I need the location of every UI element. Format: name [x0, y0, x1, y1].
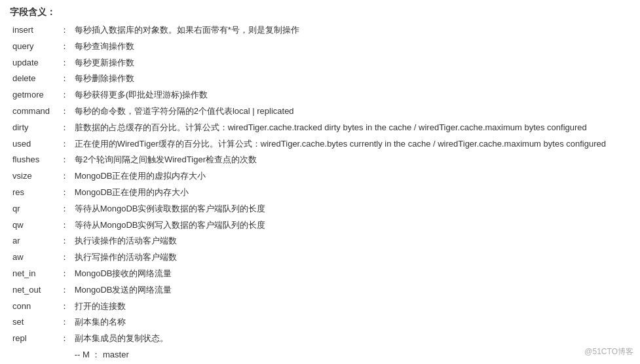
table-row: used：正在使用的WiredTiger缓存的百分比。计算公式：wiredTig…	[10, 136, 630, 153]
field-colon: ：	[58, 103, 72, 120]
field-colon: ：	[58, 282, 72, 299]
table-row: set：副本集的名称	[10, 314, 630, 331]
field-name: vsize	[10, 168, 58, 185]
field-colon: ：	[58, 201, 72, 217]
field-desc: 执行写操作的活动客户端数	[72, 249, 630, 266]
field-colon: ：	[58, 217, 72, 234]
table-row: vsize：MongoDB正在使用的虚拟内存大小	[10, 168, 630, 185]
watermark: @51CTO博客	[584, 346, 633, 357]
field-colon: ：	[58, 87, 72, 103]
field-name: qw	[10, 217, 58, 234]
field-desc: 每秒获得更多(即批处理游标)操作数	[72, 87, 630, 103]
table-row: query：每秒查询操作数	[10, 39, 630, 55]
field-desc: MongoDB发送的网络流量	[72, 282, 630, 299]
field-name: insert	[10, 22, 58, 39]
table-row: update：每秒更新操作数	[10, 55, 630, 71]
field-colon: ：	[58, 299, 72, 315]
table-row: dirty：脏数据的占总缓存的百分比。计算公式：wiredTiger.cache…	[10, 120, 630, 136]
empty-cell	[10, 347, 58, 363]
field-desc: 副本集的名称	[72, 314, 630, 331]
table-row: qw：等待从MongoDB实例写入数据的客户端队列的长度	[10, 217, 630, 234]
field-desc: 等待从MongoDB实例写入数据的客户端队列的长度	[72, 217, 630, 234]
field-colon: ：	[58, 136, 72, 153]
field-desc: 每秒的命令数，管道字符分隔的2个值代表local | replicated	[72, 103, 630, 120]
field-name: repl	[10, 331, 58, 347]
field-desc: 打开的连接数	[72, 299, 630, 315]
field-desc: 副本集成员的复制状态。	[72, 331, 630, 347]
field-colon: ：	[58, 168, 72, 185]
field-colon: ：	[58, 39, 72, 55]
field-desc: 脏数据的占总缓存的百分比。计算公式：wiredTiger.cache.track…	[72, 120, 630, 136]
field-name: conn	[10, 299, 58, 315]
field-name: qr	[10, 201, 58, 217]
table-row: aw：执行写操作的活动客户端数	[10, 249, 630, 266]
field-desc: MongoDB正在使用的内存大小	[72, 185, 630, 201]
field-name: delete	[10, 71, 58, 87]
field-name: used	[10, 136, 58, 153]
table-row: insert：每秒插入数据库的对象数。如果右面带有*号，则是复制操作	[10, 22, 630, 39]
field-desc: MongoDB接收的网络流量	[72, 266, 630, 282]
field-colon: ：	[58, 249, 72, 266]
field-colon: ：	[58, 314, 72, 331]
field-desc: 每秒插入数据库的对象数。如果右面带有*号，则是复制操作	[72, 22, 630, 39]
field-name: res	[10, 185, 58, 201]
field-colon: ：	[58, 185, 72, 201]
table-row: flushes：每2个轮询间隔之间触发WiredTiger检查点的次数	[10, 152, 630, 168]
field-name: set	[10, 314, 58, 331]
table-row: ar：执行读操作的活动客户端数	[10, 233, 630, 249]
field-name: dirty	[10, 120, 58, 136]
field-desc: MongoDB正在使用的虚拟内存大小	[72, 168, 630, 185]
field-colon: ：	[58, 233, 72, 249]
table-row: getmore：每秒获得更多(即批处理游标)操作数	[10, 87, 630, 103]
table-row: delete：每秒删除操作数	[10, 71, 630, 87]
field-name: net_in	[10, 266, 58, 282]
field-colon: ：	[58, 152, 72, 168]
field-name: flushes	[10, 152, 58, 168]
field-name: command	[10, 103, 58, 120]
field-table: insert：每秒插入数据库的对象数。如果右面带有*号，则是复制操作query：…	[10, 22, 630, 364]
field-colon: ：	[58, 71, 72, 87]
field-name: update	[10, 55, 58, 71]
table-row: net_in：MongoDB接收的网络流量	[10, 266, 630, 282]
field-desc: 执行读操作的活动客户端数	[72, 233, 630, 249]
field-desc: 每秒删除操作数	[72, 71, 630, 87]
empty-cell	[58, 347, 72, 363]
field-name: ar	[10, 233, 58, 249]
table-row: net_out：MongoDB发送的网络流量	[10, 282, 630, 299]
section-title: 字段含义：	[10, 7, 630, 18]
sub-item-desc: -- M ： master	[72, 347, 630, 363]
field-desc: 每2个轮询间隔之间触发WiredTiger检查点的次数	[72, 152, 630, 168]
field-colon: ：	[58, 22, 72, 39]
field-colon: ：	[58, 120, 72, 136]
field-name: aw	[10, 249, 58, 266]
field-colon: ：	[58, 266, 72, 282]
field-colon: ：	[58, 55, 72, 71]
table-row: res：MongoDB正在使用的内存大小	[10, 185, 630, 201]
table-row: command：每秒的命令数，管道字符分隔的2个值代表local | repli…	[10, 103, 630, 120]
field-desc: 正在使用的WiredTiger缓存的百分比。计算公式：wiredTiger.ca…	[72, 136, 630, 153]
field-desc: 每秒查询操作数	[72, 39, 630, 55]
field-name: query	[10, 39, 58, 55]
field-desc: 等待从MongoDB实例读取数据的客户端队列的长度	[72, 201, 630, 217]
field-desc: 每秒更新操作数	[72, 55, 630, 71]
field-name: net_out	[10, 282, 58, 299]
list-item: -- M ： master	[10, 347, 630, 363]
field-name: getmore	[10, 87, 58, 103]
table-row: qr：等待从MongoDB实例读取数据的客户端队列的长度	[10, 201, 630, 217]
table-row: repl：副本集成员的复制状态。	[10, 331, 630, 347]
field-colon: ：	[58, 331, 72, 347]
table-row: conn：打开的连接数	[10, 299, 630, 315]
